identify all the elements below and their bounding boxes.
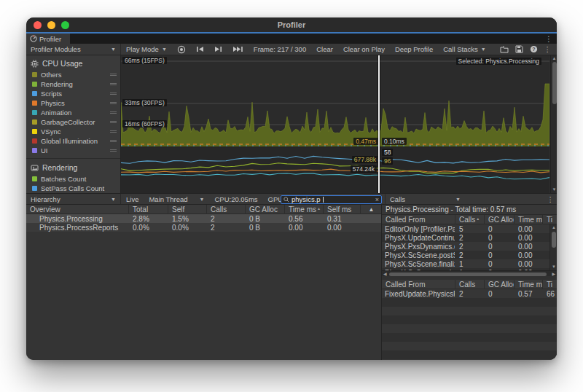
column-time-ms[interactable]: Time ms▴ [514, 280, 542, 289]
called-from-row[interactable]: PhysX.ScScene.finalizatic100.00 [382, 259, 557, 268]
scroll-up-icon[interactable]: ▲ [551, 56, 557, 61]
called-from-row[interactable]: PhysX.PxsDynamics.creat200.00 [382, 242, 557, 251]
current-frame-button[interactable] [227, 44, 249, 55]
module-item-animation[interactable]: Animation [26, 108, 120, 117]
called-from-header-top[interactable]: Called From Calls▴ GC Alloc Time ms Ti [382, 215, 557, 224]
drag-handle-icon[interactable] [110, 101, 117, 106]
details-split: Overview Total Self Calls GC Alloc Time … [26, 205, 557, 360]
called-from-row[interactable]: PhysX.ScScene.postSolve200.00 [382, 251, 557, 259]
column-self[interactable]: Self [168, 205, 206, 214]
drag-handle-icon[interactable] [110, 148, 117, 153]
module-item-vsync[interactable]: VSync [26, 127, 120, 136]
cpu-time-readout: CPU:20.05ms [209, 194, 262, 204]
drag-handle-icon[interactable] [110, 72, 117, 77]
call-stacks-dropdown[interactable]: Call Stacks ▼ [438, 44, 490, 55]
help-button[interactable]: ? [530, 45, 538, 53]
column-warnings[interactable]: ▲ [360, 205, 382, 214]
column-self-ms[interactable]: Self ms [323, 205, 360, 214]
scroll-down-icon[interactable]: ▼ [551, 187, 557, 192]
current-frame-icon [232, 46, 243, 52]
profiler-modules-dropdown[interactable]: Profiler Modules ▼ [26, 44, 121, 55]
minimize-window-button[interactable] [47, 21, 55, 29]
column-calls[interactable]: Calls [206, 205, 245, 214]
record-button[interactable] [172, 44, 191, 55]
module-header-cpu-usage[interactable]: CPU Usage [26, 57, 120, 70]
calls-horizontal-scrollbar-top[interactable]: ◀ ▶ [382, 270, 557, 276]
called-from-header-bottom[interactable]: Called From Calls GC Alloc Time ms▴ Ti [382, 280, 557, 289]
column-total[interactable]: Total [128, 205, 168, 214]
module-item-rendering[interactable]: Rendering [26, 79, 120, 89]
scroll-right-icon[interactable]: ▶ [552, 271, 555, 277]
clear-search-icon[interactable]: × [375, 196, 379, 203]
cell-time: 0.00 [514, 251, 542, 259]
module-item-scripts[interactable]: Scripts [26, 89, 120, 98]
search-input[interactable]: physics.p × [281, 195, 382, 204]
column-gc-alloc[interactable]: GC Alloc [484, 280, 514, 289]
column-called-from[interactable]: Called From [382, 215, 455, 224]
column-time-ms[interactable]: Time ms [514, 215, 542, 224]
title-bar[interactable]: Profiler [26, 17, 557, 32]
drag-handle-icon[interactable] [110, 138, 117, 144]
overview-row[interactable]: Physics.ProcessReports0.0%0.0%20 B0.000.… [26, 223, 381, 232]
calls-vertical-scrollbar[interactable]: ▲ ▼ [549, 224, 557, 270]
scrollbar-thumb[interactable] [552, 232, 556, 248]
details-view-dropdown[interactable]: Hierarchy ▼ [26, 194, 121, 204]
overview-table-header[interactable]: Overview Total Self Calls GC Alloc Time … [26, 205, 381, 214]
scrollbar-thumb[interactable] [389, 273, 547, 276]
module-item-physics[interactable]: Physics [26, 98, 120, 108]
module-header-rendering[interactable]: Rendering [26, 161, 120, 174]
tab-bar-menu-icon[interactable]: ⋮ [545, 34, 552, 44]
module-item-others[interactable]: Others [26, 70, 120, 79]
next-frame-button[interactable] [209, 44, 227, 55]
column-time-ms[interactable]: Time ms▴ [284, 205, 323, 214]
column-time-pct[interactable]: Ti [542, 215, 557, 224]
drag-handle-icon[interactable] [110, 110, 117, 115]
clear-button[interactable]: Clear [311, 44, 338, 55]
column-called-from[interactable]: Called From [382, 280, 455, 289]
chart-vertical-scrollbar[interactable]: ▲ ▼ [550, 55, 557, 193]
scrollbar-thumb[interactable] [552, 62, 557, 104]
clear-on-play-toggle[interactable]: Clear on Play [338, 44, 390, 55]
module-item-batches-count[interactable]: Batches Count [26, 174, 120, 184]
close-window-button[interactable] [34, 21, 42, 29]
scroll-down-icon[interactable]: ▼ [550, 264, 557, 270]
toolbar-menu-icon[interactable]: ⋮ [544, 45, 552, 53]
thread-dropdown[interactable]: Main Thread ▼ [144, 194, 209, 204]
drag-handle-icon[interactable] [110, 82, 117, 87]
details-menu-icon[interactable]: ⋮ [547, 195, 555, 203]
details-pane-dropdown[interactable]: Calls ▼ [385, 194, 465, 204]
cell-time: 0.00 [514, 233, 542, 242]
column-gc-alloc[interactable]: GC Alloc [484, 215, 514, 224]
previous-frame-button[interactable] [191, 44, 209, 55]
drag-handle-icon[interactable] [110, 129, 117, 134]
cpu-usage-chart[interactable] [121, 55, 549, 146]
called-from-row[interactable]: PhysX.UpdateContinuatio200.00 [382, 233, 557, 242]
column-time-pct[interactable]: Ti [542, 280, 557, 289]
module-item-setpass-calls-count[interactable]: SetPass Calls Count [26, 184, 120, 193]
selected-frame-line[interactable] [378, 55, 380, 193]
rendering-chart[interactable] [121, 146, 549, 193]
column-calls[interactable]: Calls [455, 280, 484, 289]
play-mode-dropdown[interactable]: Play Mode ▼ [121, 44, 172, 55]
module-item-garbagecollector[interactable]: GarbageCollector [26, 117, 120, 127]
drag-handle-icon[interactable] [110, 91, 117, 96]
column-calls[interactable]: Calls▴ [455, 215, 484, 224]
load-profile-button[interactable] [500, 46, 509, 53]
overview-row[interactable]: Physics.Processing2.8%1.5%20 B0.560.31 [26, 214, 381, 223]
column-overview[interactable]: Overview [26, 205, 128, 214]
zoom-window-button[interactable] [61, 21, 69, 29]
cell-time: 0.57 [514, 289, 542, 298]
module-item-ui[interactable]: UI [26, 146, 120, 155]
live-toggle[interactable]: Live [121, 194, 144, 204]
tab-profiler[interactable]: Profiler [26, 34, 70, 44]
module-item-global-illumination[interactable]: Global Illumination [26, 136, 120, 146]
scroll-up-icon[interactable]: ▲ [550, 225, 557, 230]
deep-profile-toggle[interactable]: Deep Profile [390, 44, 438, 55]
drag-handle-icon[interactable] [110, 119, 117, 125]
scroll-left-icon[interactable]: ◀ [383, 271, 387, 277]
called-from-row[interactable]: EditorOnly [Profiler.ParseT500.00 [382, 224, 557, 233]
column-gc-alloc[interactable]: GC Alloc [245, 205, 284, 214]
chart-stack[interactable]: 66ms (15FPS) 33ms (30FPS) 16ms (60FPS) S… [121, 55, 550, 193]
save-profile-button[interactable] [515, 45, 523, 53]
called-from-row[interactable]: FixedUpdate.PhysicsFixec200.5766 [382, 289, 557, 298]
